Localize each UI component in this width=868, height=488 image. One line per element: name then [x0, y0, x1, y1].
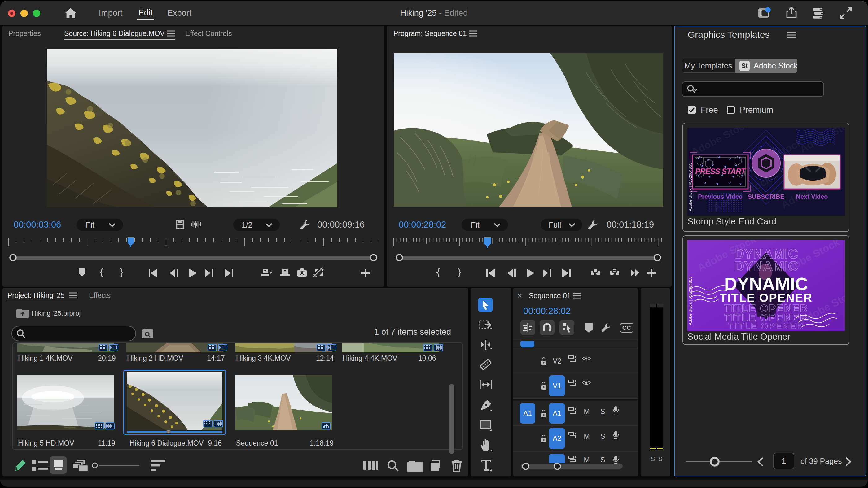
svg-text:Adobe Stock | #552684855: Adobe Stock | #552684855 — [688, 163, 693, 211]
svg-text:SUBSCRIBE: SUBSCRIBE — [748, 193, 784, 200]
svg-text:TITLE OPENER: TITLE OPENER — [728, 321, 804, 331]
svg-text:Adobe Stock | #552684813: Adobe Stock | #552684813 — [688, 276, 693, 325]
svg-text:PRESS START: PRESS START — [695, 167, 746, 175]
svg-text:Next Video: Next Video — [796, 193, 828, 200]
svg-text:DYNAMIC: DYNAMIC — [724, 274, 808, 294]
svg-text:DYNAMIC: DYNAMIC — [734, 259, 798, 274]
